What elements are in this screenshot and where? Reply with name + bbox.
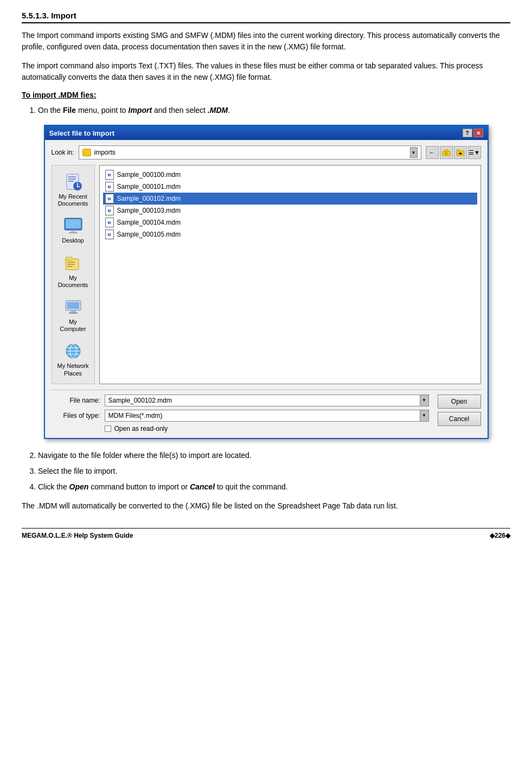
nav-back-button[interactable]: ← xyxy=(426,146,439,159)
svg-rect-14 xyxy=(71,230,75,232)
file-icon-5: M xyxy=(105,230,114,239)
svg-rect-4 xyxy=(457,150,460,151)
sidebar-label-recent: My Recent Documents xyxy=(56,193,90,207)
toolbar-buttons: ← xyxy=(426,146,481,159)
step4: Click the Open command button to import … xyxy=(38,481,510,493)
file-item-0[interactable]: M Sample_000100.mdm xyxy=(103,169,477,181)
my-documents-icon xyxy=(63,253,83,273)
my-computer-icon xyxy=(63,297,83,317)
file-name-5: Sample_000105.mdm xyxy=(117,231,181,238)
lookin-combo[interactable]: imports ▼ xyxy=(79,145,421,160)
svg-rect-15 xyxy=(69,232,78,233)
sidebar-label-network: My Network Places xyxy=(56,362,90,377)
dialog-titlebar: Select file to Import ? ✕ xyxy=(45,126,488,140)
dialog-action-buttons: Open Cancel xyxy=(438,394,481,426)
filename-dropdown-arrow[interactable]: ▼ xyxy=(420,395,428,406)
file-icon-4: M xyxy=(105,218,114,227)
cancel-button[interactable]: Cancel xyxy=(438,412,481,426)
filetype-row: Files of type: MDM Files(*.mdm) ▼ xyxy=(52,410,429,422)
paragraph3: The .MDM will automatically be converted… xyxy=(22,500,510,512)
folder-icon xyxy=(82,149,91,156)
paragraph2: The import command also imports Text (.T… xyxy=(22,60,510,83)
step2: Navigate to the file folder where the fi… xyxy=(38,450,510,461)
my-network-icon xyxy=(63,341,83,361)
view-button[interactable]: ☰▼ xyxy=(468,146,481,159)
page-footer: MEGAM.O.L.E.® Help System Guide ◆226◆ xyxy=(22,528,510,539)
dialog-body: Look in: imports ▼ ← xyxy=(45,140,488,438)
file-name-3: Sample_000103.mdm xyxy=(117,207,181,214)
filetype-label: Files of type: xyxy=(52,412,100,419)
lookin-label: Look in: xyxy=(52,149,74,156)
sidebar-label-documents: My Documents xyxy=(56,275,90,289)
open-button[interactable]: Open xyxy=(438,394,481,409)
svg-rect-17 xyxy=(66,257,72,260)
sidebar-item-desktop[interactable]: Desktop xyxy=(54,213,92,247)
svg-rect-22 xyxy=(67,302,79,309)
footer-left: MEGAM.O.L.E.® Help System Guide xyxy=(22,532,133,539)
file-name-2: Sample_000102.mdm xyxy=(117,195,181,202)
new-folder-button[interactable] xyxy=(454,146,467,159)
filetype-dropdown-arrow[interactable]: ▼ xyxy=(420,410,428,421)
file-icon-1: M xyxy=(105,182,114,192)
file-icon-0: M xyxy=(105,170,114,180)
lookin-dropdown-arrow[interactable]: ▼ xyxy=(410,147,418,158)
page-container: 5.5.1.3. Import The Import command impor… xyxy=(22,11,510,539)
dialog-main-content: My Recent Documents Desktop xyxy=(52,165,481,384)
sidebar-label-desktop: Desktop xyxy=(62,237,84,244)
section-title: 5.5.1.3. Import xyxy=(22,11,510,23)
file-list-area: M Sample_000100.mdm M Sample_000101.mdm … xyxy=(99,165,481,384)
readonly-label: Open as read-only xyxy=(114,425,168,432)
file-name-1: Sample_000101.mdm xyxy=(117,183,181,190)
step1: On the File menu, point to Import and th… xyxy=(38,105,510,116)
dialog-title: Select file to Import xyxy=(49,129,115,137)
file-name-0: Sample_000100.mdm xyxy=(117,171,181,179)
subheading: To import .MDM fies: xyxy=(22,91,510,99)
sidebar-item-network[interactable]: My Network Places xyxy=(54,338,92,380)
lookin-folder-name: imports xyxy=(94,149,116,156)
filename-label: File name: xyxy=(52,397,100,404)
filename-row: File name: Sample_000102.mdm ▼ xyxy=(52,394,429,406)
titlebar-buttons: ? ✕ xyxy=(463,129,483,137)
file-icon-2: M xyxy=(105,194,114,203)
steps-list: On the File menu, point to Import and th… xyxy=(38,105,510,116)
paragraph1: The Import command imports existing SMG … xyxy=(22,30,510,53)
recent-docs-icon xyxy=(63,172,83,192)
sidebar-item-computer[interactable]: My Computer xyxy=(54,294,92,336)
file-item-5[interactable]: M Sample_000105.mdm xyxy=(103,228,477,240)
file-item-2[interactable]: M Sample_000102.mdm xyxy=(103,193,477,205)
sidebar-label-computer: My Computer xyxy=(56,319,90,333)
filename-value: Sample_000102.mdm xyxy=(108,397,172,404)
svg-rect-23 xyxy=(70,310,76,313)
svg-rect-8 xyxy=(68,176,76,177)
nav-up-button[interactable] xyxy=(440,146,453,159)
svg-rect-9 xyxy=(68,179,76,180)
file-icon-3: M xyxy=(105,206,114,215)
sidebar-item-recent[interactable]: My Recent Documents xyxy=(54,169,92,211)
svg-rect-13 xyxy=(66,219,81,228)
svg-marker-1 xyxy=(444,149,449,151)
dialog-wrapper: Select file to Import ? ✕ Look in: impor… xyxy=(22,125,510,439)
dialog-sidebar: My Recent Documents Desktop xyxy=(52,165,95,384)
readonly-row: Open as read-only xyxy=(105,425,429,432)
lookin-row: Look in: imports ▼ ← xyxy=(52,145,481,160)
file-name-4: Sample_000104.mdm xyxy=(117,219,181,226)
svg-rect-18 xyxy=(67,262,75,263)
footer-right: ◆226◆ xyxy=(490,532,510,539)
svg-rect-2 xyxy=(445,152,447,155)
file-item-3[interactable]: M Sample_000103.mdm xyxy=(103,205,477,217)
close-titlebar-button[interactable]: ✕ xyxy=(473,129,483,137)
svg-rect-24 xyxy=(69,313,78,314)
svg-rect-19 xyxy=(67,264,75,265)
readonly-checkbox[interactable] xyxy=(105,425,111,432)
help-titlebar-button[interactable]: ? xyxy=(463,129,472,137)
desktop-icon xyxy=(63,216,83,236)
svg-rect-10 xyxy=(68,181,74,182)
dialog-form: File name: Sample_000102.mdm ▼ Files of … xyxy=(52,390,481,432)
file-item-1[interactable]: M Sample_000101.mdm xyxy=(103,181,477,193)
file-item-4[interactable]: M Sample_000104.mdm xyxy=(103,217,477,228)
sidebar-item-documents[interactable]: My Documents xyxy=(54,250,92,292)
steps-list-2: Navigate to the file folder where the fi… xyxy=(38,450,510,493)
svg-rect-20 xyxy=(67,266,73,267)
file-open-dialog: Select file to Import ? ✕ Look in: impor… xyxy=(44,125,489,439)
filetype-value: MDM Files(*.mdm) xyxy=(108,412,163,419)
